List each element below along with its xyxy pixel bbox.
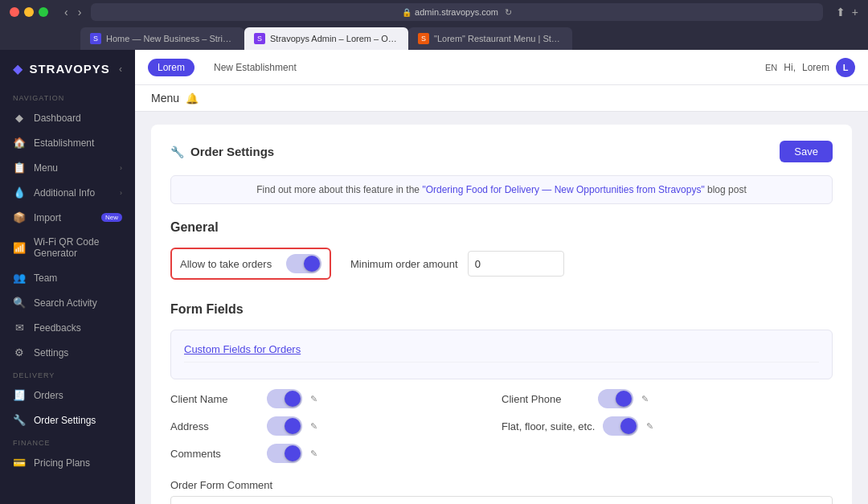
tab-3-favicon: S — [418, 33, 429, 44]
browser-forward-button[interactable]: › — [75, 4, 85, 20]
nav-section-label: NAVIGATION — [0, 88, 135, 105]
sidebar-label-additional-info: Additional Info — [34, 187, 95, 199]
sidebar-item-import[interactable]: 📦 Import New — [0, 205, 135, 230]
tab-1-favicon: S — [90, 33, 101, 44]
sidebar-item-establishment[interactable]: 🏠 Establishment — [0, 130, 135, 155]
client-phone-label: Client Phone — [502, 393, 590, 405]
sidebar-item-menu[interactable]: 📋 Menu › — [0, 155, 135, 180]
browser-tab-2[interactable]: S Stravopys Admin – Lorem – Order Settin… — [244, 27, 408, 50]
comments-toggle[interactable] — [267, 444, 302, 463]
sidebar-label-feedbacks: Feedbacks — [34, 322, 81, 334]
hi-label: Hi, — [784, 62, 796, 73]
logo-diamond-icon: ◆ — [13, 62, 23, 76]
sidebar-item-order-settings[interactable]: 🔧 Order Settings — [0, 408, 135, 432]
flat-floor-toggle-wrap: ✎ — [603, 416, 653, 436]
client-name-knob — [285, 391, 301, 407]
form-fields-title: Form Fields — [170, 302, 833, 317]
settings-icon: ⚙ — [13, 346, 26, 359]
feedbacks-icon: ✉ — [13, 322, 26, 334]
custom-fields-link[interactable]: Custom Fields for Orders — [184, 337, 819, 363]
field-client-phone: Client Phone ✎ — [502, 389, 833, 408]
card-header: 🔧 Order Settings Save — [170, 141, 833, 162]
comments-label: Comments — [170, 448, 259, 460]
establishment-icon: 🏠 — [13, 137, 26, 149]
order-comment-label: Order Form Comment — [170, 479, 833, 491]
field-row-1: Client Name ✎ Client Phone — [170, 389, 833, 408]
sidebar-label-import: Import — [34, 212, 61, 223]
address-label: Address — [170, 420, 259, 432]
search-icon: 🔍 — [13, 297, 26, 309]
sidebar-item-search-activity[interactable]: 🔍 Search Activity — [0, 290, 135, 315]
general-settings-row: Allow to take orders Minimum order amoun… — [170, 248, 833, 280]
address-bar[interactable]: 🔒 admin.stravopys.com ↻ — [91, 3, 822, 21]
tab-new-establishment[interactable]: New Establishment — [204, 59, 306, 76]
browser-tab-1[interactable]: S Home — New Business – Stripe [Test] — [80, 27, 244, 50]
info-text: Find out more about this feature in the — [256, 184, 422, 195]
info-banner: Find out more about this feature in the … — [170, 175, 833, 204]
client-name-toggle-wrap: ✎ — [267, 389, 317, 408]
sidebar-item-wifi-qr[interactable]: 📶 Wi-Fi QR Code Generator — [0, 230, 135, 265]
general-title: General — [170, 220, 833, 235]
sidebar-item-settings[interactable]: ⚙ Settings — [0, 340, 135, 365]
language-selector[interactable]: EN — [765, 63, 777, 72]
top-header: Lorem New Establishment EN Hi, Lorem L — [135, 50, 868, 85]
info-link[interactable]: "Ordering Food for Delivery — New Opport… — [422, 184, 704, 195]
field-row-3: Comments ✎ — [170, 444, 833, 463]
sidebar-item-team[interactable]: 👥 Team — [0, 265, 135, 290]
field-flat-floor: Flat, floor, suite, etc. ✎ — [502, 416, 833, 436]
client-phone-toggle[interactable] — [598, 389, 633, 408]
content-area: 🔧 Order Settings Save Find out more abou… — [135, 112, 868, 504]
order-settings-card: 🔧 Order Settings Save Find out more abou… — [151, 125, 852, 504]
sidebar-collapse-button[interactable]: ‹ — [119, 64, 122, 75]
sidebar-item-feedbacks[interactable]: ✉ Feedbacks — [0, 315, 135, 340]
sidebar-item-dashboard[interactable]: ◆ Dashboard — [0, 105, 135, 130]
client-phone-edit-icon[interactable]: ✎ — [641, 394, 649, 404]
flat-floor-toggle[interactable] — [603, 416, 638, 436]
additional-info-icon: 💧 — [13, 186, 26, 199]
lock-icon: 🔒 — [402, 8, 411, 17]
import-icon: 📦 — [13, 211, 26, 223]
wifi-icon: 📶 — [13, 242, 26, 254]
additional-info-chevron-icon: › — [120, 189, 122, 197]
info-suffix: blog post — [707, 184, 747, 195]
browser-tab-3[interactable]: S "Lorem" Restaurant Menu | Stravopys — [408, 27, 572, 50]
client-name-edit-icon[interactable]: ✎ — [310, 394, 317, 404]
address-edit-icon[interactable]: ✎ — [310, 421, 317, 432]
traffic-light-minimize[interactable] — [24, 7, 34, 17]
wrench-icon: 🔧 — [170, 145, 184, 158]
allow-orders-toggle[interactable] — [286, 254, 321, 273]
menu-chevron-icon: › — [120, 164, 122, 172]
sidebar: ◆ STRAVOPYS ‹ NAVIGATION ◆ Dashboard 🏠 E… — [0, 50, 135, 504]
logo-text: STRAVOPYS — [29, 62, 109, 76]
client-phone-toggle-wrap: ✎ — [598, 389, 649, 408]
tab-lorem[interactable]: Lorem — [148, 59, 194, 76]
new-tab-button[interactable]: + — [852, 6, 858, 18]
header-right: EN Hi, Lorem L — [765, 58, 855, 77]
bell-icon[interactable]: 🔔 — [186, 92, 199, 104]
allow-orders-knob — [304, 256, 320, 272]
sidebar-label-search-activity: Search Activity — [34, 297, 97, 309]
allow-orders-track[interactable] — [286, 254, 321, 273]
comments-edit-icon[interactable]: ✎ — [310, 449, 317, 459]
sidebar-item-orders[interactable]: 🧾 Orders — [0, 383, 135, 408]
min-order-input[interactable] — [468, 251, 564, 277]
flat-floor-knob — [620, 418, 637, 434]
form-fields-section: Form Fields Custom Fields for Orders Cli… — [170, 302, 833, 463]
sidebar-item-additional-info[interactable]: 💧 Additional Info › — [0, 180, 135, 205]
client-name-toggle[interactable] — [267, 389, 302, 408]
sidebar-item-pricing-plans[interactable]: 💳 Pricing Plans — [0, 450, 135, 475]
traffic-light-maximize[interactable] — [39, 7, 48, 17]
address-toggle[interactable] — [267, 416, 302, 436]
user-avatar[interactable]: L — [836, 58, 855, 77]
flat-floor-edit-icon[interactable]: ✎ — [646, 421, 653, 432]
address-text: admin.stravopys.com — [415, 7, 498, 17]
browser-back-button[interactable]: ‹ — [61, 4, 72, 20]
save-button[interactable]: Save — [780, 141, 833, 162]
order-comment-textarea[interactable] — [170, 496, 833, 504]
sidebar-label-orders: Orders — [34, 390, 63, 401]
tab-2-favicon: S — [254, 33, 265, 44]
share-button[interactable]: ⬆ — [836, 6, 845, 18]
page-header: Menu 🔔 — [135, 85, 868, 112]
traffic-light-close[interactable] — [10, 7, 19, 17]
sidebar-label-menu: Menu — [34, 162, 58, 174]
